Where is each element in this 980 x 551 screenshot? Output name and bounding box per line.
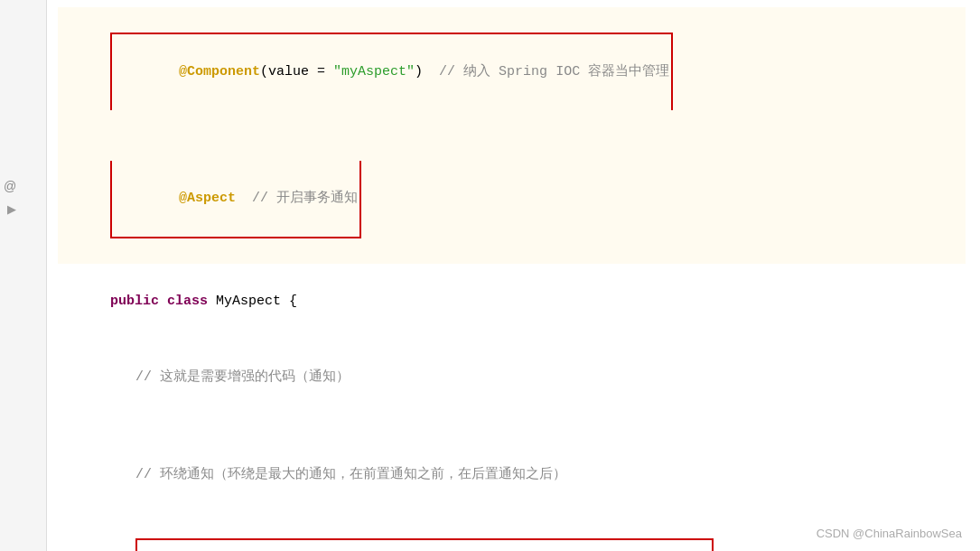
kw-public: public [110,294,159,309]
aspect-comment: // 开启事务通知 [252,191,358,206]
component-close: ) [415,64,423,79]
component-comment: // 纳入 Spring IOC 容器当中管理 [439,64,669,79]
watermark: CSDN @ChinaRainbowSea [817,527,962,540]
component-annotation: @Component [179,64,260,79]
at-gutter-icon: @ [4,179,16,193]
line-class-decl: public class MyAspect { [61,264,966,340]
kw-class: class [167,294,208,309]
component-box-top: @Component(value = "myAspect") // 纳入 Spr… [110,33,673,110]
line-empty1 [61,416,966,428]
line-empty2 [61,428,966,437]
line-component: @Component(value = "myAspect") // 纳入 Spr… [58,7,966,135]
arrow-gutter-icon: ▶ [7,202,16,216]
line-comment2: // 环绕通知（环绕是最大的通知，在前置通知之前，在后置通知之后） [61,437,966,513]
component-paren: (value = [260,64,333,79]
component-value: "myAspect" [333,64,415,79]
aspect-annotation: @Aspect [179,191,236,206]
line-comment1: // 这就是需要增强的代码（通知） [61,340,966,416]
around-box: @Around("execution(* com.rainbowsea.spri… [135,538,714,551]
line-aspect: @Aspect // 开启事务通知 [58,135,966,264]
comment2: // 环绕通知（环绕是最大的通知，在前置通知之前，在后置通知之后） [135,467,566,482]
comment1: // 这就是需要增强的代码（通知） [135,369,350,385]
aspect-box-bottom: @Aspect // 开启事务通知 [110,161,361,238]
